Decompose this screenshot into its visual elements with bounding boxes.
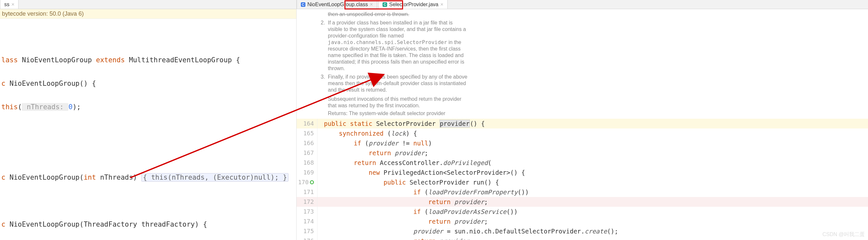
right-tabbar: C NioEventLoopGroup.class × C SelectorPr… [297,0,868,9]
decompile-banner: bytecode version: 50.0 (Java 6) [0,9,296,19]
line-number: 166 [297,138,317,148]
line-number: 175 [297,226,317,236]
doc-item: then an unspecified error is thrown. [328,11,468,18]
line-number: 167 [297,148,317,158]
doc-item: 3.Finally, if no provider has been speci… [328,74,468,93]
close-icon[interactable]: × [440,2,443,7]
tab-nioeventloopgroup[interactable]: C NioEventLoopGroup.class × [297,0,377,9]
tab-ss[interactable]: ss × [0,0,19,9]
tab-label: SelectorProvider.java [389,2,438,7]
folded-block[interactable]: { this(nThreads, (Executor)null); } [141,173,289,182]
line-number: 174 [297,216,317,226]
kw-class: lass [1,56,22,64]
close-icon[interactable]: × [11,2,14,7]
right-code[interactable]: 164public static SelectorProvider provid… [297,119,868,240]
class-icon: C [301,2,305,7]
line-number: 172 [297,197,317,207]
class-icon: C [382,2,387,7]
line-number: 164 [297,119,317,129]
doc-paragraph: Subsequent invocations of this method re… [328,96,468,109]
close-icon[interactable]: × [370,2,373,7]
method-name: provider [439,120,470,128]
line-number: 176 [297,236,317,240]
line-number: 169 [297,168,317,178]
left-editor-pane: ss × bytecode version: 50.0 (Java 6) las… [0,0,297,240]
line-number: 173 [297,207,317,216]
override-icon[interactable] [310,180,314,184]
doc-returns: Returns: The system-wide default selecto… [328,110,468,117]
right-editor-pane: C NioEventLoopGroup.class × C SelectorPr… [297,0,868,240]
line-number: 170 [297,178,317,187]
doc-item: 2.If a provider class has been installed… [328,20,468,72]
left-tabbar: ss × [0,0,296,9]
tab-selectorprovider[interactable]: C SelectorProvider.java × [378,0,448,9]
line-number: 168 [297,158,317,168]
javadoc-rendered: then an unspecified error is thrown. 2.I… [297,9,472,119]
tab-label: NioEventLoopGroup.class [307,2,368,7]
tab-label: ss [4,2,9,7]
line-number: 171 [297,187,317,197]
left-code[interactable]: lass NioEventLoopGroup extends Multithre… [0,19,296,240]
param-hint: nThreads: [22,103,68,111]
line-number: 165 [297,129,317,138]
watermark: CSDN @叫我二蛋 [823,231,865,238]
